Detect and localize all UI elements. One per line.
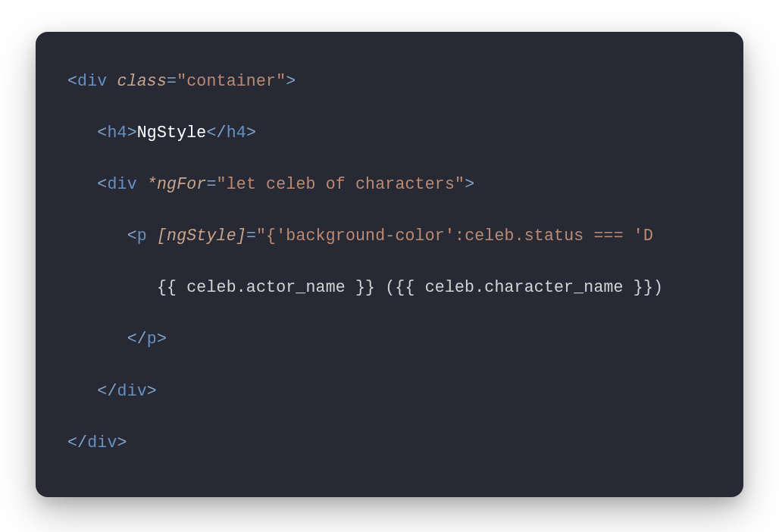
code-token: [ngStyle] (157, 227, 246, 245)
code-token: div (77, 72, 107, 90)
code-token: div (117, 382, 147, 400)
code-token: > (147, 382, 157, 400)
code-token: > (157, 330, 167, 348)
code-token: *ngFor (147, 175, 207, 193)
code-token: </ (97, 382, 117, 400)
code-line: </p> (67, 327, 743, 350)
code-block: <div class="container"> <h4>NgStyle</h4>… (36, 32, 743, 497)
code-token: < (97, 124, 107, 142)
code-token: class (117, 72, 167, 90)
code-token: </ (127, 330, 147, 348)
code-token: {{ celeb.actor_name }} ({{ celeb.charact… (157, 278, 663, 296)
code-token (137, 175, 147, 193)
code-token: div (87, 433, 117, 452)
code-token: p (147, 330, 157, 348)
code-token: = (167, 72, 177, 90)
code-token: p (137, 227, 147, 245)
code-token: h4 (227, 124, 246, 142)
code-token: > (246, 124, 256, 142)
code-token: > (127, 124, 137, 142)
code-token: "let celeb of characters" (217, 175, 465, 193)
code-token: > (117, 433, 127, 452)
code-token (147, 227, 157, 245)
code-token: > (465, 175, 474, 193)
code-token: h4 (107, 124, 127, 142)
code-line: <h4>NgStyle</h4> (67, 121, 743, 144)
code-token: </ (67, 433, 87, 452)
code-token: < (67, 72, 77, 90)
code-token: > (286, 72, 296, 90)
code-content: <div class="container"> <h4>NgStyle</h4>… (67, 70, 743, 454)
code-token (107, 72, 117, 90)
code-token: < (97, 175, 107, 193)
code-token: = (246, 227, 256, 245)
code-token: < (127, 227, 137, 245)
code-line: <div *ngFor="let celeb of characters"> (67, 173, 743, 196)
code-line: <p [ngStyle]="{'background-color':celeb.… (67, 224, 743, 247)
code-token: </ (206, 124, 226, 142)
code-token: "{'background-color':celeb.status === 'D (256, 227, 653, 245)
code-token: div (107, 175, 136, 193)
code-line: <div class="container"> (67, 70, 743, 92)
code-token: "container" (177, 72, 286, 90)
code-line: </div> (67, 431, 743, 454)
code-line: {{ celeb.actor_name }} ({{ celeb.charact… (67, 276, 743, 299)
code-line: </div> (67, 380, 743, 402)
code-token: = (206, 175, 216, 193)
code-token: NgStyle (137, 124, 207, 142)
